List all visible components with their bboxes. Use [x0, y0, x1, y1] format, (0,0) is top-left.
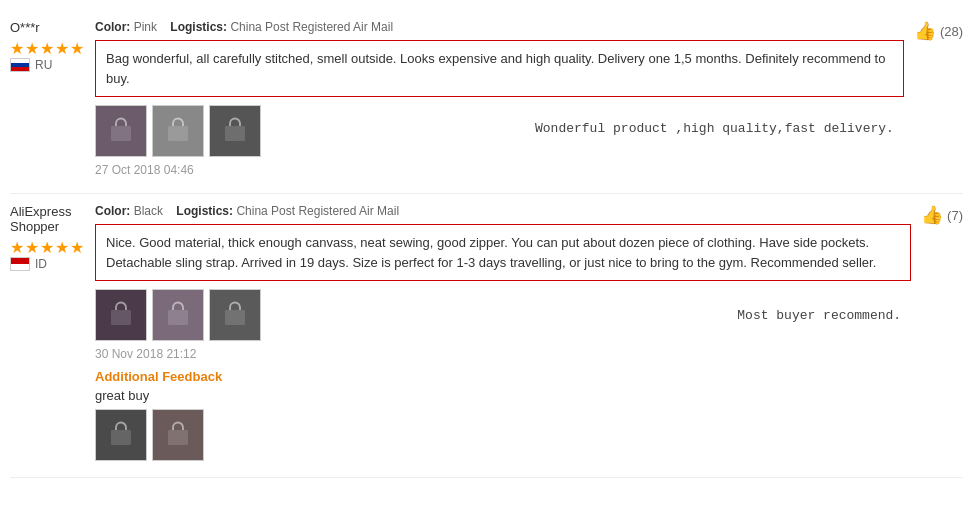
additional-image-thumb[interactable]: [152, 409, 204, 461]
logistics-label: Logistics:: [176, 204, 233, 218]
reviews-container: O***r ★★★★★ RU Color: Pink Logistics: Ch…: [0, 0, 973, 488]
seller-response: Wonderful product ,high quality,fast del…: [535, 121, 894, 136]
additional-feedback-images: [95, 409, 911, 461]
review-image-thumb[interactable]: [152, 105, 204, 157]
color-logistics-row: Color: Pink Logistics: China Post Regist…: [95, 20, 904, 34]
svg-rect-3: [111, 310, 131, 325]
country-code: ID: [35, 257, 47, 271]
svg-rect-6: [111, 430, 131, 445]
thumbup-icon: 👍: [921, 204, 943, 226]
reviewer-name: AliExpress Shopper: [10, 204, 85, 234]
helpful-section: 👍 (28): [914, 20, 963, 183]
review-date: 27 Oct 2018 04:46: [95, 163, 904, 177]
seller-response: Most buyer recommend.: [737, 308, 901, 323]
helpful-count: (28): [940, 24, 963, 39]
helpful-button[interactable]: 👍 (7): [921, 204, 963, 226]
flag-icon: [10, 257, 30, 271]
color-label: Color:: [95, 20, 130, 34]
review-images: Wonderful product ,high quality,fast del…: [95, 105, 904, 157]
svg-rect-5: [225, 310, 245, 325]
thumbup-icon: 👍: [914, 20, 936, 42]
color-logistics-row: Color: Black Logistics: China Post Regis…: [95, 204, 911, 218]
logistics-value: China Post Registered Air Mail: [230, 20, 393, 34]
helpful-section: 👍 (7): [921, 204, 963, 467]
svg-rect-2: [225, 126, 245, 141]
color-label: Color:: [95, 204, 130, 218]
helpful-count: (7): [947, 208, 963, 223]
review-content: Color: Pink Logistics: China Post Regist…: [85, 20, 914, 183]
additional-feedback-label: Additional Feedback: [95, 369, 911, 384]
color-value: Pink: [134, 20, 157, 34]
review-image-thumb[interactable]: [95, 105, 147, 157]
color-value: Black: [134, 204, 163, 218]
svg-rect-1: [168, 126, 188, 141]
logistics-value: China Post Registered Air Mail: [236, 204, 399, 218]
svg-rect-0: [111, 126, 131, 141]
additional-feedback-text: great buy: [95, 388, 911, 403]
logistics-label: Logistics:: [170, 20, 227, 34]
star-rating: ★★★★★: [10, 238, 85, 257]
review-text: Bag wonderful, all carefully stitched, s…: [95, 40, 904, 97]
review-image-thumb[interactable]: [209, 289, 261, 341]
review-images: Most buyer recommend.: [95, 289, 911, 341]
review-text: Nice. Good material, thick enough canvas…: [95, 224, 911, 281]
star-rating: ★★★★★: [10, 39, 85, 58]
review-image-thumb[interactable]: [152, 289, 204, 341]
reviewer-left-col: O***r ★★★★★ RU: [10, 20, 85, 183]
flag-icon: [10, 58, 30, 72]
helpful-button[interactable]: 👍 (28): [914, 20, 963, 42]
reviewer-left-col: AliExpress Shopper ★★★★★ ID: [10, 204, 85, 467]
svg-rect-7: [168, 430, 188, 445]
svg-rect-4: [168, 310, 188, 325]
reviewer-name: O***r: [10, 20, 40, 35]
additional-image-thumb[interactable]: [95, 409, 147, 461]
review-item: O***r ★★★★★ RU Color: Pink Logistics: Ch…: [10, 10, 963, 194]
review-date: 30 Nov 2018 21:12: [95, 347, 911, 361]
review-item: AliExpress Shopper ★★★★★ ID Color: Black…: [10, 194, 963, 478]
review-image-thumb[interactable]: [209, 105, 261, 157]
country-code: RU: [35, 58, 52, 72]
review-content: Color: Black Logistics: China Post Regis…: [85, 204, 921, 467]
review-image-thumb[interactable]: [95, 289, 147, 341]
